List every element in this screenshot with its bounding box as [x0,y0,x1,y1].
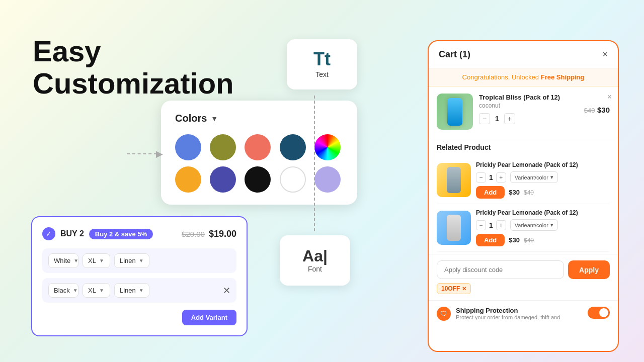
text-widget[interactable]: Tt Text [287,39,357,89]
shield-icon: 🛡 [437,307,451,321]
related-bottom-1: Add $30 $40 [476,186,610,199]
discount-tag-10off: 10OFF ✕ [437,283,471,294]
product-image-tropical [437,94,473,130]
related-qty-increase-2[interactable]: + [496,220,506,230]
related-qty-value-2: 1 [489,221,493,229]
color-swatch-olive[interactable] [210,134,236,160]
remove-item-icon[interactable]: × [607,93,612,102]
cart-item-price: $40 $30 [584,106,610,115]
related-name-2: Prickly Pear Lemonade (Pack of 12) [476,209,610,216]
color-swatch-indigo[interactable] [210,166,236,193]
old-price: $20.00 [182,230,205,238]
related-qty-2: − 1 + [476,220,506,230]
related-qty-value-1: 1 [489,173,493,182]
color-swatch-blue[interactable] [175,134,201,160]
cart-item-info: Tropical Bliss (Pack of 12) coconut − 1 … [479,94,578,124]
related-qty-decrease-1[interactable]: − [476,172,486,183]
discount-input[interactable] [437,260,564,279]
related-price-new-1: $30 [509,189,520,196]
cart-close-button[interactable]: × [602,49,608,60]
color-swatch-white[interactable] [280,166,306,193]
buy-header: ✓ BUY 2 Buy 2 & save 5% $20.00 $19.00 [42,227,236,240]
chevron-down-icon: ▾ [550,222,553,228]
free-shipping-banner: Congratulations, Unlocked Free Shipping [429,68,618,86]
buy-widget: ✓ BUY 2 Buy 2 & save 5% $20.00 $19.00 Wh… [31,216,248,336]
related-variant-dropdown-1[interactable]: Varieant/color ▾ [510,171,558,183]
variant-row-1: White ▼ XL ▼ Linen ▼ [42,248,236,273]
color-swatch-black[interactable] [245,166,271,193]
related-info-2: Prickly Pear Lemonade (Pack of 12) − 1 +… [476,209,610,246]
related-add-button-1[interactable]: Add [476,186,505,199]
qty-value: 1 [495,115,499,123]
qty-decrease-button[interactable]: − [479,113,490,124]
related-item-1: Prickly Pear Lemonade (Pack of 12) − 1 +… [437,156,610,204]
shipping-protection-desc: Protect your order from dameged, thift a… [456,314,583,320]
related-product-image-1 [437,163,471,197]
buy-header-left: ✓ BUY 2 Buy 2 & save 5% [42,227,153,240]
variant-color-select-1[interactable]: White ▼ [48,253,78,268]
check-icon: ✓ [42,227,55,240]
qty-increase-button[interactable]: + [504,113,515,124]
font-label: Font [308,265,322,273]
discount-tags: 10OFF ✕ [437,283,610,294]
related-title: Related Product [437,143,610,151]
variant-material-select-2[interactable]: Linen ▼ [114,283,149,298]
related-variant-dropdown-2[interactable]: Varieant/color ▾ [510,219,558,231]
variant-size-select-2[interactable]: XL ▼ [83,283,110,298]
cart-item-main: Tropical Bliss (Pack of 12) coconut − 1 … [429,86,618,137]
variant-row-2: Black ▼ XL ▼ Linen ▼ ✕ [42,278,236,303]
chevron-down-icon: ▼ [99,288,104,293]
related-products-section: Related Product Prickly Pear Lemonade (P… [429,137,618,254]
text-label: Text [315,70,329,78]
cart-panel: Cart (1) × Congratulations, Unlocked Fre… [428,40,619,352]
colors-header: Colors ▼ [175,113,343,124]
variant-color-select-2[interactable]: Black ▼ [48,283,78,298]
chevron-down-icon: ▼ [139,288,144,293]
cart-body: Tropical Bliss (Pack of 12) coconut − 1 … [429,86,618,351]
related-item-2: Prickly Pear Lemonade (Pack of 12) − 1 +… [437,204,610,252]
cart-title: Cart (1) [439,49,470,60]
color-swatch-teal[interactable] [280,134,306,160]
color-swatch-orange[interactable] [175,166,201,193]
chevron-down-icon: ▼ [73,288,78,293]
variant-material-select-1[interactable]: Linen ▼ [114,253,149,268]
shipping-protection-title: Shipping Protection [456,307,583,314]
arrow-icon: ▶ [156,148,163,159]
chevron-down-icon: ▾ [550,174,553,180]
colors-panel: Colors ▼ [161,101,357,205]
related-qty-increase-1[interactable]: + [496,172,506,183]
color-swatch-rainbow[interactable] [314,134,341,160]
buy-prices: $20.00 $19.00 [182,229,236,239]
related-controls-2: − 1 + Varieant/color ▾ [476,219,610,231]
font-preview: Aa| [302,248,328,264]
color-swatch-lavender[interactable] [314,166,341,193]
related-add-button-2[interactable]: Add [476,234,505,246]
text-icon: Tt [313,50,331,68]
delete-variant-icon[interactable]: ✕ [223,285,230,296]
discount-section: Apply 10OFF ✕ [429,254,618,300]
variant-size-select-1[interactable]: XL ▼ [83,253,110,268]
related-product-image-2 [437,211,471,245]
apply-button[interactable]: Apply [568,260,610,279]
related-qty-decrease-2[interactable]: − [476,220,486,230]
related-name-1: Prickly Pear Lemonade (Pack of 12) [476,161,610,168]
related-info-1: Prickly Pear Lemonade (Pack of 12) − 1 +… [476,161,610,199]
shipping-protection-section: 🛡 Shipping Protection Protect your order… [429,300,618,327]
color-swatch-salmon[interactable] [245,134,271,160]
price-new: $30 [597,106,610,114]
chevron-down-icon: ▼ [73,258,78,263]
font-widget[interactable]: Aa| Font [280,235,350,286]
hero-section: Easy Customization [33,35,234,100]
remove-tag-icon[interactable]: ✕ [462,286,466,292]
related-controls-1: − 1 + Varieant/color ▾ [476,171,610,183]
new-price: $19.00 [209,229,236,239]
discount-row: Apply [437,260,610,279]
shipping-protection-info: Shipping Protection Protect your order f… [456,307,583,320]
cart-item-qty: − 1 + [479,113,578,124]
buy-badge: Buy 2 & save 5% [89,229,153,239]
price-old: $40 [584,107,595,114]
shipping-protection-toggle[interactable] [588,307,610,319]
add-variant-button[interactable]: Add Variant [182,310,236,325]
color-grid [175,134,343,193]
colors-title: Colors [175,113,207,124]
